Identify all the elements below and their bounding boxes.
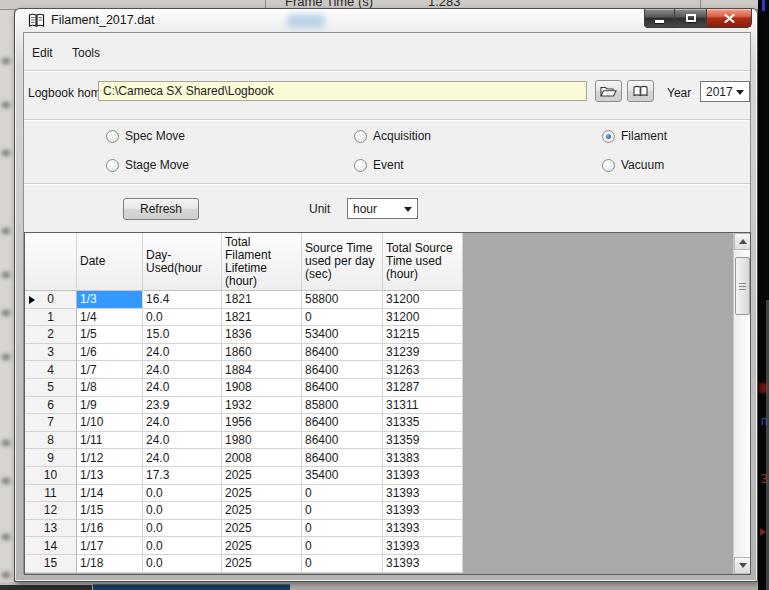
grid-cell[interactable]: 17.3 <box>143 467 222 485</box>
grid-cell[interactable]: 2025 <box>222 485 302 503</box>
grid-cell[interactable]: 1836 <box>222 326 302 344</box>
grid-cell[interactable]: 31383 <box>383 449 463 467</box>
row-header-cell[interactable]: 5 <box>25 379 77 397</box>
grid-cell[interactable]: 86400 <box>302 449 383 467</box>
grid-cell[interactable]: 1/11 <box>77 432 143 450</box>
grid-cell[interactable]: 0.0 <box>143 537 222 555</box>
menu-edit[interactable]: Edit <box>26 44 59 62</box>
grid-cell[interactable]: 31393 <box>383 467 463 485</box>
grid-cell[interactable]: 1/7 <box>77 361 143 379</box>
radio-vacuum[interactable]: Vacuum <box>602 158 664 172</box>
grid-cell[interactable]: 53400 <box>302 326 383 344</box>
grid-cell[interactable]: 0 <box>302 502 383 520</box>
grid-cell[interactable]: 24.0 <box>143 432 222 450</box>
radio-acquisition[interactable]: Acquisition <box>354 129 431 143</box>
grid-cell[interactable]: 24.0 <box>143 361 222 379</box>
grid-cell[interactable]: 24.0 <box>143 449 222 467</box>
column-header[interactable]: Day-Used(hour <box>143 233 222 291</box>
grid-cell[interactable]: 0 <box>302 537 383 555</box>
grid-cell[interactable]: 1/17 <box>77 537 143 555</box>
grid-cell[interactable]: 1908 <box>222 379 302 397</box>
radio-stage-move[interactable]: Stage Move <box>106 158 189 172</box>
grid-cell[interactable]: 0.0 <box>143 485 222 503</box>
grid-cell[interactable]: 1/6 <box>77 344 143 362</box>
grid-cell[interactable]: 1/12 <box>77 449 143 467</box>
grid-cell[interactable]: 85800 <box>302 397 383 415</box>
row-header-cell[interactable]: 14 <box>25 537 77 555</box>
grid-cell[interactable]: 1821 <box>222 309 302 327</box>
grid-cell[interactable]: 2025 <box>222 520 302 538</box>
column-header[interactable]: Source Time used per day (sec) <box>302 233 383 291</box>
grid-cell[interactable]: 31200 <box>383 291 463 309</box>
row-header-cell[interactable]: 6 <box>25 397 77 415</box>
grid-cell[interactable]: 1980 <box>222 432 302 450</box>
close-button[interactable] <box>706 9 752 28</box>
browse-folder-button[interactable] <box>595 80 622 102</box>
grid-cell[interactable]: 31393 <box>383 502 463 520</box>
unit-select[interactable]: hour <box>347 198 418 219</box>
grid-cell[interactable]: 1/15 <box>77 502 143 520</box>
grid-cell[interactable]: 1/9 <box>77 397 143 415</box>
grid-cell[interactable]: 2025 <box>222 502 302 520</box>
grid-cell[interactable]: 1/4 <box>77 309 143 327</box>
grid-cell[interactable]: 0.0 <box>143 502 222 520</box>
grid-cell[interactable]: 1/14 <box>77 485 143 503</box>
open-logbook-button[interactable] <box>627 80 654 102</box>
grid-cell[interactable]: 86400 <box>302 344 383 362</box>
scrollbar-thumb[interactable] <box>735 257 750 315</box>
menu-tools[interactable]: Tools <box>66 44 106 62</box>
grid-cell[interactable]: 1956 <box>222 414 302 432</box>
grid-cell[interactable]: 31393 <box>383 537 463 555</box>
grid-cell[interactable]: 2025 <box>222 555 302 573</box>
grid-cell[interactable]: 2008 <box>222 449 302 467</box>
grid-cell[interactable]: 2025 <box>222 467 302 485</box>
column-header[interactable]: Total Filament Lifetime (hour) <box>222 233 302 291</box>
grid-cell[interactable]: 31287 <box>383 379 463 397</box>
grid-cell[interactable]: 31335 <box>383 414 463 432</box>
row-header-cell[interactable]: 12 <box>25 502 77 520</box>
row-header-cell[interactable]: 13 <box>25 520 77 538</box>
radio-spec-move[interactable]: Spec Move <box>106 129 185 143</box>
grid-cell[interactable]: 0 <box>302 485 383 503</box>
title-bar[interactable]: Filament_2017.dat <box>15 9 757 32</box>
grid-cell[interactable]: 31393 <box>383 555 463 573</box>
grid-cell[interactable]: 0 <box>302 520 383 538</box>
row-header-cell[interactable]: 9 <box>25 449 77 467</box>
year-select[interactable]: 2017 <box>700 81 750 102</box>
grid-cell[interactable]: 0 <box>302 309 383 327</box>
grid-cell[interactable]: 86400 <box>302 361 383 379</box>
grid-cell[interactable]: 23.9 <box>143 397 222 415</box>
row-header-cell[interactable]: 11 <box>25 485 77 503</box>
radio-event[interactable]: Event <box>354 158 404 172</box>
grid-cell[interactable]: 1/5 <box>77 326 143 344</box>
grid-cell[interactable]: 1/8 <box>77 379 143 397</box>
grid-cell[interactable]: 31239 <box>383 344 463 362</box>
grid-cell[interactable]: 1/10 <box>77 414 143 432</box>
minimize-button[interactable] <box>644 9 675 28</box>
refresh-button[interactable]: Refresh <box>123 198 199 220</box>
grid-cell[interactable]: 0.0 <box>143 555 222 573</box>
row-header-cell[interactable]: 0 <box>25 291 77 309</box>
grid-cell[interactable]: 31200 <box>383 309 463 327</box>
radio-filament[interactable]: Filament <box>602 129 667 143</box>
grid-cell[interactable]: 1821 <box>222 291 302 309</box>
grid-cell[interactable]: 16.4 <box>143 291 222 309</box>
column-header[interactable]: Date <box>77 233 143 291</box>
grid-cell[interactable]: 31359 <box>383 432 463 450</box>
grid-cell[interactable]: 86400 <box>302 432 383 450</box>
grid-cell[interactable]: 86400 <box>302 379 383 397</box>
grid-cell[interactable]: 1860 <box>222 344 302 362</box>
grid-cell[interactable]: 1/13 <box>77 467 143 485</box>
grid-cell[interactable]: 35400 <box>302 467 383 485</box>
maximize-button[interactable] <box>675 9 706 28</box>
scroll-up-button[interactable] <box>734 233 751 250</box>
grid-cell[interactable]: 24.0 <box>143 414 222 432</box>
grid-cell[interactable]: 0 <box>302 555 383 573</box>
grid-cell[interactable]: 86400 <box>302 414 383 432</box>
grid-cell[interactable]: 31393 <box>383 485 463 503</box>
grid-cell[interactable]: 1932 <box>222 397 302 415</box>
grid-cell[interactable]: 31393 <box>383 520 463 538</box>
grid-cell[interactable]: 15.0 <box>143 326 222 344</box>
scroll-down-button[interactable] <box>734 557 751 574</box>
row-header-cell[interactable]: 15 <box>25 555 77 573</box>
